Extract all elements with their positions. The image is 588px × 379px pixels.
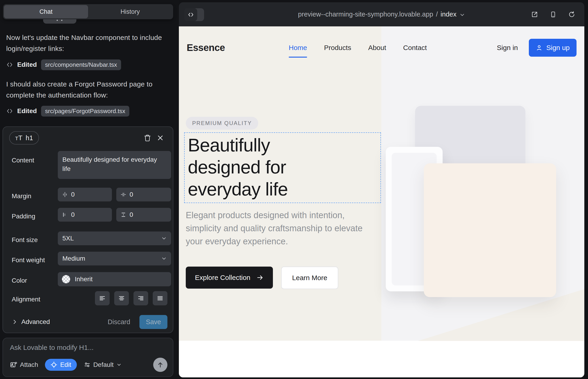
file-chip[interactable]: src/components/Navbar.tsx xyxy=(41,59,121,70)
cta-secondary-label: Learn More xyxy=(292,274,327,282)
element-tag: h1 xyxy=(26,134,33,142)
hero-heading[interactable]: Beautifully designed for everyday life xyxy=(188,134,325,200)
color-value: Inherit xyxy=(75,276,93,283)
alignment-label: Alignment xyxy=(12,296,40,303)
hero-section: Essence Home Products About Contact Sign… xyxy=(179,26,584,341)
arrow-right-icon xyxy=(256,274,264,281)
nav-links: Home Products About Contact xyxy=(289,44,427,52)
chrome-actions xyxy=(531,2,575,26)
browser-chrome-bar: preview--charming-site-symphony.lovable.… xyxy=(179,2,584,26)
site-logo[interactable]: Essence xyxy=(187,42,225,53)
nav-link-contact[interactable]: Contact xyxy=(403,44,427,52)
close-icon xyxy=(157,134,164,141)
font-weight-select[interactable]: Medium xyxy=(58,252,171,266)
edited-file-row: Edited src/components/Navbar.tsx xyxy=(6,59,121,71)
sidebar-tab-bar: Chat History xyxy=(3,4,173,19)
margin-vertical-icon xyxy=(120,191,126,198)
code-icon xyxy=(6,108,13,114)
site-navbar: Essence Home Products About Contact Sign… xyxy=(179,26,584,69)
margin-x-input[interactable]: 0 xyxy=(58,188,112,201)
margin-y-value: 0 xyxy=(130,191,133,198)
composer-input[interactable] xyxy=(10,344,166,351)
margin-horizontal-icon xyxy=(62,191,68,198)
tab-history[interactable]: History xyxy=(88,5,172,18)
nav-auth: Sign in Sign up xyxy=(497,39,576,57)
content-label: Content xyxy=(12,157,34,164)
trash-icon xyxy=(144,134,151,142)
editor-header: TT h1 xyxy=(9,131,167,145)
premium-badge: PREMIUM QUALITY xyxy=(186,117,258,130)
arrow-up-icon xyxy=(157,361,164,368)
font-weight-value: Medium xyxy=(62,255,85,262)
target-icon xyxy=(50,361,57,368)
assistant-message: Now let's update the Navbar component to… xyxy=(6,32,170,54)
padding-label: Padding xyxy=(12,213,35,220)
file-chip[interactable]: src/pages/ForgotPassword.tsx xyxy=(41,106,130,117)
mobile-view-button[interactable] xyxy=(550,11,556,18)
code-icon xyxy=(184,8,197,21)
refresh-button[interactable] xyxy=(568,11,575,18)
editor-footer: Advanced Discard Save xyxy=(12,315,167,329)
sign-in-link[interactable]: Sign in xyxy=(497,44,518,52)
edited-label: Edited xyxy=(17,61,37,68)
align-left-button[interactable] xyxy=(95,291,110,305)
sign-up-label: Sign up xyxy=(546,44,570,52)
edit-mode-button[interactable]: Edit xyxy=(45,359,77,371)
ellipsis-dots xyxy=(57,20,58,21)
align-justify-button[interactable] xyxy=(153,291,167,305)
lovable-app: Chat History Now let's update the Navbar… xyxy=(0,0,588,379)
color-select[interactable]: Inherit xyxy=(58,272,171,286)
preview-browser: preview--charming-site-symphony.lovable.… xyxy=(179,2,584,377)
collapsed-message-pill[interactable] xyxy=(43,19,76,24)
alignment-group xyxy=(95,291,167,305)
sign-up-button[interactable]: Sign up xyxy=(529,39,576,57)
attach-button[interactable]: Attach xyxy=(10,361,38,368)
chat-composer: Attach Edit Default xyxy=(2,338,173,377)
nav-link-about[interactable]: About xyxy=(368,44,386,52)
attach-image-icon xyxy=(10,361,17,368)
nav-link-home[interactable]: Home xyxy=(289,44,307,52)
align-right-button[interactable] xyxy=(134,291,148,305)
font-weight-label: Font weight xyxy=(12,256,45,264)
learn-more-button[interactable]: Learn More xyxy=(281,267,338,289)
edit-label: Edit xyxy=(60,361,71,368)
margin-y-input[interactable]: 0 xyxy=(116,188,171,201)
url-breadcrumb[interactable]: preview--charming-site-symphony.lovable.… xyxy=(298,2,465,26)
discard-button[interactable]: Discard xyxy=(108,318,130,326)
save-button[interactable]: Save xyxy=(139,315,167,329)
open-external-button[interactable] xyxy=(531,11,538,18)
tab-chat[interactable]: Chat xyxy=(4,5,88,18)
advanced-toggle[interactable]: Advanced xyxy=(12,318,50,326)
margin-label: Margin xyxy=(12,192,31,200)
explore-collection-button[interactable]: Explore Collection xyxy=(186,267,273,289)
chevron-down-icon xyxy=(459,12,465,18)
edited-label: Edited xyxy=(17,107,37,115)
chevron-right-icon xyxy=(12,319,18,325)
content-input[interactable]: Beautifully designed for everyday life xyxy=(58,151,171,179)
padding-y-input[interactable]: 0 xyxy=(116,208,171,222)
padding-horizontal-icon xyxy=(62,212,68,218)
hero-description: Elegant products designed with intention… xyxy=(186,209,371,248)
nav-link-products[interactable]: Products xyxy=(324,44,351,52)
sliders-icon xyxy=(84,361,91,368)
color-swatch xyxy=(62,275,70,283)
url-separator: / xyxy=(436,11,438,18)
delete-element-button[interactable] xyxy=(141,131,154,144)
hero-cta-group: Explore Collection Learn More xyxy=(186,267,338,289)
align-center-button[interactable] xyxy=(114,291,129,305)
selected-element-pill[interactable]: TT h1 xyxy=(9,131,39,144)
chevron-down-icon xyxy=(161,235,167,241)
default-mode-selector[interactable]: Default xyxy=(84,361,122,368)
close-panel-button[interactable] xyxy=(154,131,167,144)
send-button[interactable] xyxy=(153,358,167,372)
url-page: index xyxy=(441,11,456,18)
decorative-rect-cream xyxy=(424,163,556,297)
code-preview-toggle[interactable] xyxy=(184,8,204,21)
font-size-label: Font size xyxy=(12,236,38,244)
url-host: preview--charming-site-symphony.lovable.… xyxy=(298,11,433,18)
font-size-select[interactable]: 5XL xyxy=(58,232,171,245)
padding-vertical-icon xyxy=(120,212,126,218)
padding-x-value: 0 xyxy=(71,211,75,218)
padding-x-input[interactable]: 0 xyxy=(58,208,112,222)
selected-h1-element[interactable]: Beautifully designed for everyday life xyxy=(184,132,381,203)
